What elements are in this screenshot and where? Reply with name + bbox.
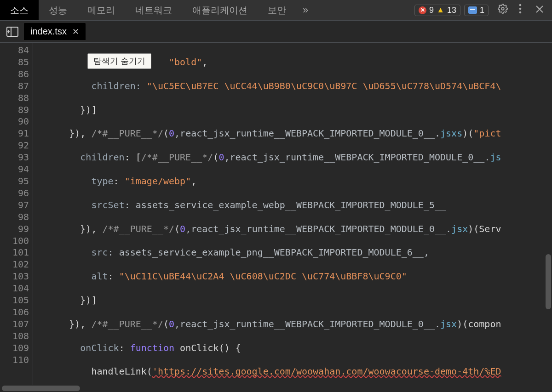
- settings-icon[interactable]: [492, 4, 513, 17]
- horizontal-scrollbar-thumb[interactable]: [2, 386, 80, 391]
- devtools-tab-bar: 소스 성능 메모리 네트워크 애플리케이션 보안 » ✕ 9 ▲ 13 1: [0, 0, 552, 21]
- error-count: 9: [429, 6, 434, 15]
- vertical-scrollbar-thumb[interactable]: [546, 254, 551, 309]
- svg-point-0: [501, 7, 504, 10]
- file-tab-label: index.tsx: [30, 26, 67, 37]
- close-devtools-button[interactable]: [527, 4, 552, 16]
- warning-icon: ▲: [437, 6, 444, 15]
- code-content[interactable]: f "bold", children: "\uC5EC\uB7EC \uCC44…: [33, 43, 552, 385]
- svg-point-1: [519, 4, 522, 6]
- tab-security[interactable]: 보안: [258, 0, 296, 20]
- warning-count: 13: [447, 6, 456, 15]
- console-counts[interactable]: ✕ 9 ▲ 13: [414, 5, 460, 16]
- tab-application[interactable]: 애플리케이션: [182, 0, 258, 20]
- issues-count: 1: [480, 6, 484, 15]
- file-tab-index[interactable]: index.tsx ✕: [24, 23, 86, 40]
- line-number-gutter: 848586 878889 909192 939495 969798 99100…: [0, 43, 33, 385]
- file-tab-bar: index.tsx ✕: [0, 21, 552, 43]
- code-editor[interactable]: 848586 878889 909192 939495 969798 99100…: [0, 43, 552, 385]
- kebab-menu-icon[interactable]: [513, 4, 527, 17]
- more-tabs-button[interactable]: »: [296, 4, 315, 16]
- tab-memory[interactable]: 메모리: [77, 0, 125, 20]
- navigator-toggle-tooltip: 탐색기 숨기기: [87, 53, 151, 69]
- error-icon: ✕: [419, 6, 426, 14]
- tab-network[interactable]: 네트워크: [125, 0, 182, 20]
- issues-button[interactable]: 1: [464, 5, 489, 16]
- close-file-tab-button[interactable]: ✕: [72, 27, 79, 37]
- svg-point-2: [519, 8, 522, 10]
- tab-performance[interactable]: 성능: [39, 0, 77, 20]
- tab-sources[interactable]: 소스: [0, 0, 39, 20]
- horizontal-scrollbar[interactable]: [0, 385, 552, 392]
- chat-icon: [468, 6, 477, 14]
- navigator-toggle-button[interactable]: [3, 27, 24, 37]
- vertical-scrollbar[interactable]: [545, 43, 552, 385]
- svg-point-3: [519, 11, 522, 14]
